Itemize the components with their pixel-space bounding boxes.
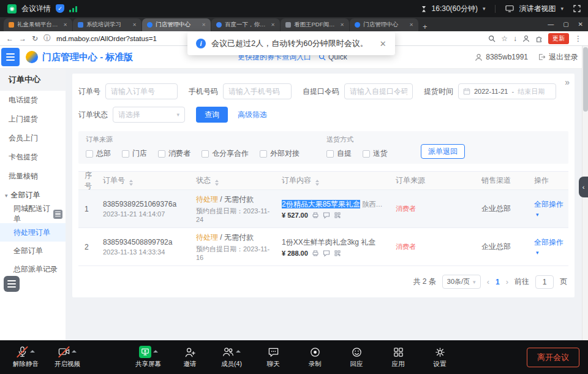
th-status[interactable]: 状态 [192,175,278,186]
checkbox[interactable] [86,150,93,158]
checkbox[interactable] [202,150,209,158]
sort-icon[interactable] [315,180,319,186]
pickup-code-input[interactable] [344,83,413,99]
all-actions-link[interactable]: 全部操作 [534,200,564,208]
record-button[interactable]: 录制 [299,346,331,368]
meeting-panel-toggle[interactable]: ‹ [579,177,588,197]
start-video-button[interactable]: 开启视频 [51,346,83,368]
order-no-input[interactable] [105,83,178,99]
invite-button[interactable]: 邀请 [174,346,206,368]
checkbox[interactable] [122,150,129,158]
members-caret-icon[interactable] [236,350,241,353]
source-warehouse-coop-checkbox[interactable]: 仓分享合作 [202,148,249,159]
tab-close-icon[interactable]: ✕ [63,22,67,28]
next-page-icon[interactable]: › [506,277,508,286]
forward-icon[interactable]: → [19,34,26,43]
unmute-button[interactable]: 解除静音 [10,346,42,368]
new-tab-button[interactable]: + [423,22,428,31]
scrollbar-thumb[interactable] [583,47,588,112]
logout-button[interactable]: 退出登录 [538,52,578,63]
checkbox[interactable] [363,150,370,158]
chat-button[interactable]: 聊天 [257,346,289,368]
search-icon[interactable] [488,35,496,42]
sidebar-item-city-delivery[interactable]: 同城配送订单 [0,205,66,223]
dock-list-icon[interactable] [53,210,62,219]
source-consumer-checkbox[interactable]: 消费者 [158,148,190,159]
message-icon[interactable] [323,250,330,257]
sidebar-item-member-visit[interactable]: 会员上门 [0,129,66,148]
user-account[interactable]: 8385wb1991 [475,53,528,61]
prev-page-icon[interactable]: ‹ [487,277,489,286]
browser-tab[interactable]: 门店管理中心 ✕ [350,18,418,31]
browser-update-button[interactable]: 更新 [548,33,569,44]
sidebar-item-batch-verify[interactable]: 批量核销 [0,167,66,186]
sidebar-group-all-orders[interactable]: ▾ 全部订单 [0,186,66,205]
print-icon[interactable] [312,212,319,219]
delivery-delivery-checkbox[interactable]: 送货 [363,148,388,159]
browser-tab[interactable]: 百度一下，你就知道 ✕ [211,18,280,31]
sidebar-item-all-orders[interactable]: 全部订单 [0,242,66,260]
download-icon[interactable]: ↓ [513,34,517,43]
url-text[interactable]: md.maboy.cn/AllOrder?status=1 [56,35,157,42]
tab-close-icon[interactable]: ✕ [271,22,275,28]
advanced-filter-link[interactable]: 高级筛选 [238,110,267,120]
share-screen-button[interactable]: 共享屏幕 [132,346,164,368]
checkbox[interactable] [158,150,165,158]
mic-options-caret-icon[interactable] [30,350,35,353]
order-status-select[interactable]: 请选择 ▾ [113,107,185,123]
source-external-checkbox[interactable]: 外部对接 [260,148,300,159]
sidebar-item-pending-orders[interactable]: 待处理订单 [0,223,66,242]
fullscreen-icon[interactable] [573,5,581,12]
th-content[interactable]: 订单内容 [278,175,392,186]
back-icon[interactable]: ← [6,34,13,43]
qrcode-icon[interactable] [334,250,341,257]
browser-tab[interactable]: 礼盒果销平台管理中心 ✕ [4,18,72,31]
view-mode-selector[interactable]: 演讲者视图 [519,4,556,14]
reload-icon[interactable]: ↻ [32,34,38,43]
share-options-caret-icon[interactable] [153,350,158,353]
sort-icon[interactable] [129,180,133,186]
apps-button[interactable]: 应用 [382,346,414,368]
members-button[interactable]: 成员(4) [216,346,247,368]
page-size-select[interactable]: 30条/页 ▾ [442,275,481,289]
all-actions-link[interactable]: 全部操作 [534,238,564,246]
print-icon[interactable] [312,250,319,257]
delivery-selfpickup-checkbox[interactable]: 自提 [326,148,352,159]
toast-close-icon[interactable]: ✕ [380,39,386,48]
sidebar-item-card-pickup[interactable]: 卡包提货 [0,148,66,167]
current-page[interactable]: 1 [496,278,500,286]
timer-caret-icon[interactable]: ▾ [483,6,486,12]
reactions-button[interactable]: 回应 [341,346,372,368]
pickup-date-range[interactable]: 2022-11-21 - 结束日期 [458,83,556,99]
tab-close-icon[interactable]: ✕ [132,22,137,28]
window-minimize-icon[interactable]: — [548,21,554,28]
sidebar-item-door-pickup[interactable]: 上门提货 [0,110,66,129]
security-shield-icon[interactable]: ✓ [56,4,64,13]
message-icon[interactable] [323,212,330,219]
video-options-caret-icon[interactable] [72,350,77,353]
th-order-no[interactable]: 订单号 [99,175,192,186]
sort-icon[interactable] [215,180,219,186]
tab-close-icon[interactable]: ✕ [409,22,413,28]
browser-tab[interactable]: 看图王PDF阅读器 ✕ [281,18,349,31]
more-menu-icon[interactable]: ⋮ [575,34,582,43]
search-button[interactable]: 查询 [196,107,228,123]
leave-meeting-button[interactable]: 离开会议 [527,348,579,367]
profile-icon[interactable] [522,35,530,42]
qrcode-icon[interactable] [334,212,341,219]
source-hq-checkbox[interactable]: 总部 [86,148,111,159]
bookmark-star-icon[interactable]: ☆ [501,34,508,43]
browser-tab[interactable]: 系统培训学习 ✕ [73,18,141,31]
meeting-details-link[interactable]: 会议详情 [21,4,51,14]
window-close-icon[interactable]: ✕ [578,21,583,28]
goto-page-input[interactable] [535,275,554,289]
meeting-timer[interactable]: 16:30(60分钟) [432,4,478,14]
floating-annotation-button[interactable] [4,276,20,292]
site-info-icon[interactable]: ⓘ [43,33,51,44]
phone-input[interactable] [223,83,292,99]
collapse-filters-icon[interactable]: » [565,77,570,87]
tab-close-icon[interactable]: ✕ [202,22,206,28]
browser-tab-active[interactable]: 门店管理中心 ✕ [142,18,211,31]
extensions-puzzle-icon[interactable] [535,35,543,42]
tab-close-icon[interactable]: ✕ [340,22,344,28]
